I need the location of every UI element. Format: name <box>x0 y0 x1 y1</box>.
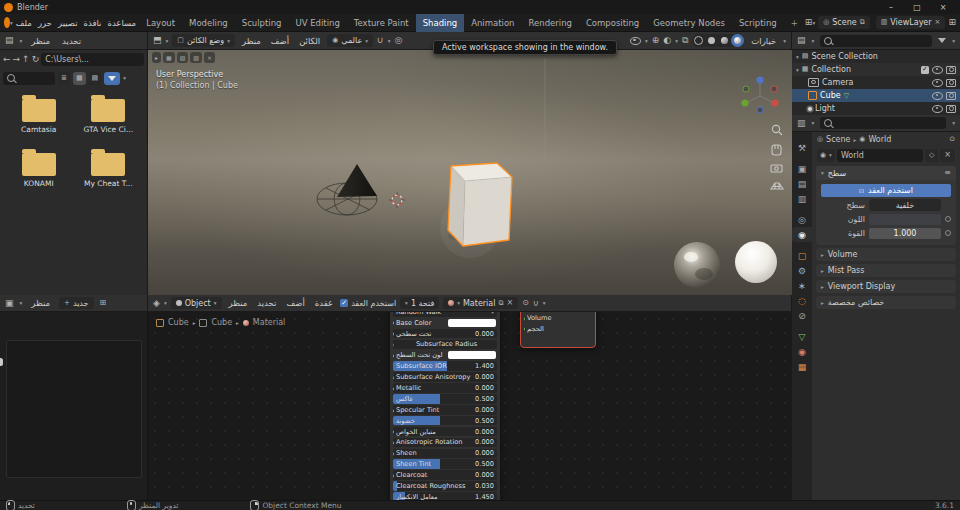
nav-back-icon[interactable]: ← <box>3 55 11 64</box>
open-image-icon[interactable]: ⊞ <box>100 299 107 307</box>
output-row-volume-ar[interactable]: الحجم <box>524 324 592 334</box>
node-input-anisotropic-rotation[interactable]: Anisotropic Rotation 0.000 <box>393 438 497 448</box>
pin-icon[interactable]: ⊙ <box>522 299 529 307</box>
hide-viewport-icon[interactable] <box>932 66 943 74</box>
image-editor[interactable] <box>0 312 148 500</box>
surface-panel-header[interactable]: ▾ سطح ≡ <box>816 166 956 180</box>
copy-icon[interactable]: ⧉ <box>498 300 503 307</box>
visibility-icon[interactable] <box>630 37 641 45</box>
tab-constraints[interactable]: ⊘ <box>792 308 812 323</box>
tab-texture-paint[interactable]: Texture Paint <box>347 14 416 32</box>
overlays-toggle-icon[interactable]: ◐ <box>663 36 671 45</box>
tab-tool[interactable]: ⚒ <box>792 140 812 155</box>
maximize-button[interactable]: □ <box>904 0 930 14</box>
fake-user-button[interactable]: ◇ <box>925 149 938 162</box>
subsurface-method-dropdown[interactable]: Random Walk ▾ <box>393 312 497 317</box>
tab-shading[interactable]: Shading <box>416 14 465 32</box>
file-browser-editor-icon[interactable]: ▤ <box>5 36 14 45</box>
scene-browse-icon[interactable]: ⊞ <box>805 18 813 27</box>
viewport-menu-add[interactable]: أضف <box>268 36 292 46</box>
principled-bsdf-node[interactable]: Random Walk ▾ Base Color تحت سطحي 0.000 … <box>390 312 500 500</box>
tab-object[interactable]: ▢ <box>792 248 812 263</box>
node-input-specular[interactable]: عاكس 0.500 <box>393 394 497 404</box>
viewport-display-panel-header[interactable]: ▸ Viewport Display <box>816 280 956 293</box>
surface-type-dropdown[interactable]: خلفية <box>869 199 941 211</box>
disable-render-icon[interactable] <box>946 92 956 100</box>
shader-menu-node[interactable]: عقدة <box>312 298 336 308</box>
shader-menu-view[interactable]: منظر <box>226 298 251 308</box>
properties-editor-icon[interactable]: ▥ <box>797 119 806 128</box>
node-input-subsurface-ior[interactable]: Subsurface IOR 1.400 <box>393 361 497 371</box>
path-field[interactable]: C:\Users\... <box>41 53 144 66</box>
outliner-row-collection[interactable]: ▾ ▦ Collection ✓ <box>792 63 960 76</box>
shader-editor[interactable]: Cube ▸ Cube ▸ Material Random Walk ▾ Bas… <box>148 312 792 500</box>
viewport-menu-view[interactable]: منظر <box>239 36 264 46</box>
base-color-swatch[interactable] <box>448 319 496 327</box>
outliner-search-field[interactable] <box>820 35 932 47</box>
hide-viewport-icon[interactable] <box>932 79 943 87</box>
expand-icon[interactable]: ▾ <box>796 54 799 60</box>
strength-field[interactable]: 1.000 <box>869 228 941 239</box>
panel-menu-icon[interactable]: ≡ <box>944 169 951 177</box>
tab-texture[interactable]: ▦ <box>792 359 812 374</box>
shading-rendered-button[interactable] <box>731 34 744 47</box>
tab-physics[interactable]: ◌ <box>792 293 812 308</box>
file-search-field[interactable] <box>3 72 55 85</box>
node-input-subsurface-color[interactable]: لون تحت السطح <box>393 351 497 361</box>
node-input-subsurface-anisotropy[interactable]: Subsurface Anisotropy 0.000 <box>393 372 497 382</box>
display-mode-detail-button[interactable]: ▤ <box>89 72 102 85</box>
tab-scene[interactable]: ◎ <box>792 212 812 227</box>
tab-layout[interactable]: Layout <box>139 14 182 32</box>
outliner-row-light[interactable]: Light <box>792 102 960 115</box>
node-input-roughness[interactable]: خشونة 0.500 <box>393 416 497 426</box>
file-browser-menu-select[interactable]: تحديد <box>59 36 84 46</box>
node-input-clearcoat[interactable]: Clearcoat 0.000 <box>393 470 497 480</box>
properties-search-field[interactable] <box>820 117 946 129</box>
volume-panel-header[interactable]: ▸ Volume <box>816 248 956 261</box>
viewlayer-add-icon[interactable]: ⊞ <box>948 18 956 27</box>
shading-material-button[interactable] <box>718 34 731 47</box>
nav-refresh-icon[interactable]: ↻ <box>32 55 40 64</box>
shading-solid-button[interactable] <box>705 34 718 47</box>
viewport[interactable]: ▸ ▦ ▧ ▨ × User Perspective (1) Collectio… <box>148 50 792 295</box>
node-input-metallic[interactable]: Metallic 0.000 <box>393 383 497 393</box>
expand-icon[interactable]: ▾ <box>796 67 799 73</box>
node-input-subsurface-radius[interactable]: Subsurface Radius <box>393 340 497 350</box>
folder-item[interactable]: GTA Vice Ci... <box>74 94 144 134</box>
scene-selector[interactable]: ◎ Scene ⧉ <box>818 16 870 29</box>
xray-toggle-icon[interactable]: ⧉ <box>682 36 688 45</box>
use-nodes-button[interactable]: ⊡ استخدم العقد <box>821 184 951 197</box>
menu-edit[interactable]: حرر <box>35 18 55 28</box>
tab-modeling[interactable]: Modeling <box>182 14 235 32</box>
node-input-specular-tint[interactable]: Specular Tint 0.000 <box>393 405 497 415</box>
menu-help[interactable]: مساعدة <box>104 18 139 28</box>
snap-magnet-icon[interactable]: ∩ <box>533 299 539 307</box>
world-name-field[interactable]: World <box>837 149 923 162</box>
shader-type-dropdown[interactable]: Object ▾ <box>171 297 222 309</box>
minimize-button[interactable]: – <box>878 0 904 14</box>
tab-world[interactable]: ◉ <box>792 227 812 242</box>
tab-view-layer[interactable]: ▥ <box>792 191 812 206</box>
shading-wireframe-button[interactable] <box>692 34 705 47</box>
material-datablock[interactable]: ▾ Material ⧉ × <box>443 297 518 309</box>
outliner-row-camera[interactable]: Camera <box>792 76 960 89</box>
menu-file[interactable]: ملف <box>13 18 35 28</box>
hide-viewport-icon[interactable] <box>932 92 943 100</box>
mist-pass-panel-header[interactable]: ▸ Mist Pass <box>816 264 956 277</box>
material-slot-dropdown[interactable]: ▾ فتحة 1 <box>400 297 439 309</box>
hide-viewport-icon[interactable] <box>932 105 943 113</box>
viewlayer-remove-icon[interactable]: × <box>935 19 941 26</box>
viewlayer-selector[interactable]: ▥ ViewLayer × <box>876 16 946 29</box>
tab-render[interactable]: ▣ <box>792 161 812 176</box>
collection-checkbox[interactable]: ✓ <box>921 66 929 74</box>
tab-scripting[interactable]: Scripting <box>732 14 784 32</box>
material-output-node[interactable]: Volume الحجم <box>520 312 596 348</box>
tab-sculpting[interactable]: Sculpting <box>235 14 289 32</box>
tab-compositing[interactable]: Compositing <box>579 14 646 32</box>
outliner-row-cube[interactable]: Cube ▽ <box>792 89 960 102</box>
viewport-editor-icon[interactable]: ⬒ <box>153 36 162 45</box>
disable-render-icon[interactable] <box>946 105 956 113</box>
color-swatch[interactable] <box>869 214 941 225</box>
tab-particles[interactable]: ∗ <box>792 278 812 293</box>
shader-editor-icon[interactable]: ◈ <box>153 299 160 308</box>
